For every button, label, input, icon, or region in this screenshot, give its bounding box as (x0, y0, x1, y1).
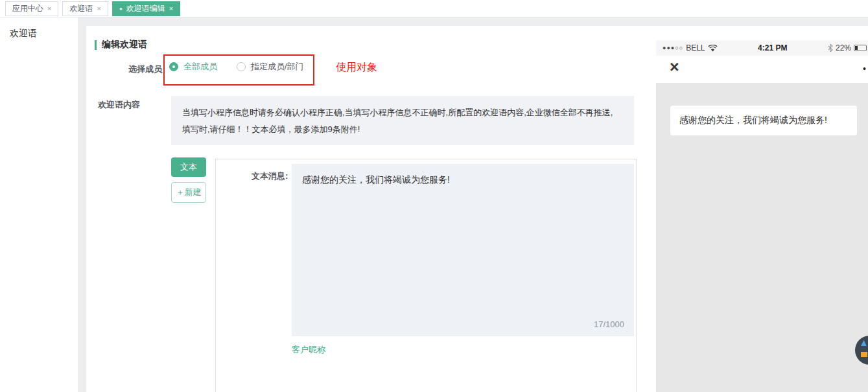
add-new-button[interactable]: ＋新建 (171, 182, 206, 203)
sidebar-item-welcome[interactable]: 欢迎语 (0, 17, 78, 40)
status-right: 22% (828, 43, 867, 52)
member-select-label: 选择成员 (128, 63, 162, 75)
text-message-label: 文本消息: (252, 170, 288, 182)
tab-label: 应用中心 (12, 3, 43, 14)
widget-blue-icon (861, 340, 867, 346)
notice-line-2: 填写时,请仔细！！文本必填，最多添加9条附件! (182, 121, 623, 138)
welcome-content-label: 欢迎语内容 (98, 99, 140, 111)
notice-line-1: 当填写小程序信息时请务必确认小程序正确,当填写小程序信息不正确时,所配置的欢迎语… (182, 104, 623, 121)
wifi-icon (708, 45, 718, 52)
message-textarea[interactable]: 感谢您的关注，我们将竭诚为您服务! (292, 164, 634, 336)
close-icon[interactable]: × (47, 5, 51, 12)
widget-orange-icon (861, 352, 867, 357)
status-time: 4:21 PM (718, 43, 828, 52)
close-icon[interactable]: × (169, 5, 173, 12)
radio-unselected-icon (237, 62, 246, 71)
bluetooth-icon (828, 44, 833, 52)
carrier-label: BELL (686, 43, 705, 52)
message-panel: 文本消息: 感谢您的关注，我们将竭诚为您服务! 17/1000 客户昵称 (215, 159, 637, 392)
status-left: ●●●○○ BELL (663, 43, 718, 52)
chat-message-bubble: 感谢您的关注，我们将竭诚为您服务! (670, 106, 857, 135)
member-radio-group: 全部成员 指定成员/部门 (169, 61, 323, 73)
sidebar: 欢迎语 (0, 17, 78, 392)
phone-chat-area: 感谢您的关注，我们将竭诚为您服务! (656, 83, 868, 392)
text-type-button[interactable]: 文本 (171, 157, 206, 177)
title-accent-bar (95, 40, 97, 50)
radio-selected-icon (169, 62, 178, 71)
customer-nickname-link[interactable]: 客户昵称 (292, 344, 325, 356)
active-dot-icon: ● (119, 6, 123, 12)
tab-welcome-edit[interactable]: ● 欢迎语编辑 × (112, 1, 180, 16)
annotation-text: 使用对象 (336, 61, 377, 75)
floating-widget-button[interactable] (855, 336, 868, 365)
battery-icon (854, 45, 867, 51)
tab-label: 欢迎语 (69, 3, 93, 14)
message-textarea-wrap: 感谢您的关注，我们将竭诚为您服务! 17/1000 (292, 164, 634, 336)
page-title: 编辑欢迎语 (95, 39, 147, 51)
radio-specific-members[interactable]: 指定成员/部门 (237, 61, 304, 73)
phone-status-bar: ●●●○○ BELL 4:21 PM 22% (656, 40, 868, 56)
phone-nav-row: × • (656, 56, 868, 83)
radio-all-members[interactable]: 全部成员 (169, 61, 217, 73)
signal-strength-icon: ●●●○○ (663, 45, 683, 51)
tab-welcome[interactable]: 欢迎语 × (62, 1, 108, 16)
tab-bar: 应用中心 × 欢迎语 × ● 欢迎语编辑 × (0, 0, 868, 17)
notice-box: 当填写小程序信息时请务必确认小程序正确,当填写小程序信息不正确时,所配置的欢迎语… (171, 96, 634, 145)
tab-app-center[interactable]: 应用中心 × (5, 1, 58, 16)
tab-label: 欢迎语编辑 (126, 3, 165, 14)
char-counter: 17/1000 (594, 319, 624, 329)
more-menu-icon[interactable]: • (863, 63, 866, 74)
close-icon[interactable]: × (670, 59, 679, 75)
close-icon[interactable]: × (97, 5, 100, 12)
app-window: 应用中心 × 欢迎语 × ● 欢迎语编辑 × 欢迎语 编辑欢迎语 选择成员 全部… (0, 0, 868, 392)
battery-percent: 22% (836, 43, 851, 52)
